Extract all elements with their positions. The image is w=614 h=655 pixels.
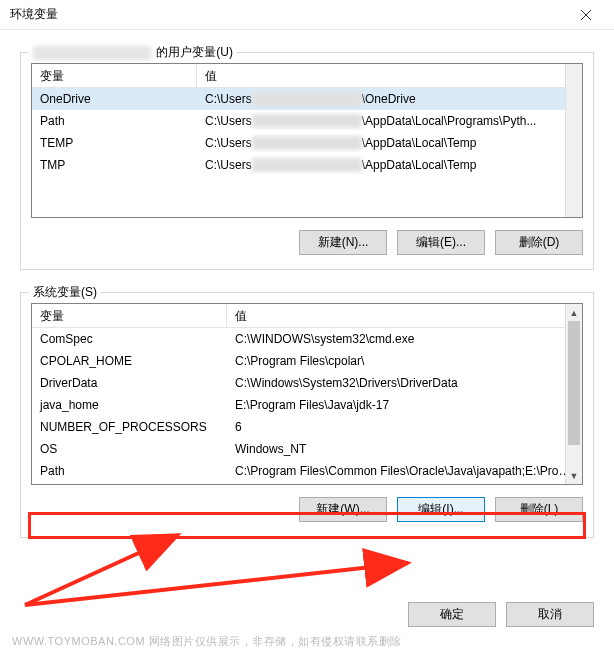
redacted <box>252 92 362 106</box>
table-row[interactable]: OneDrive C:\Users\OneDrive <box>32 88 582 110</box>
close-icon <box>581 10 591 20</box>
scrollbar[interactable] <box>565 64 582 217</box>
system-button-row: 新建(W)... 编辑(I)... 删除(L) <box>31 497 583 522</box>
scrollbar[interactable]: ▲ ▼ <box>565 304 582 484</box>
cell-var: Path <box>32 112 197 130</box>
scroll-up-icon[interactable]: ▲ <box>566 304 582 321</box>
scroll-thumb[interactable] <box>568 321 580 445</box>
system-vars-table[interactable]: 变量 值 ComSpec C:\WINDOWS\system32\cmd.exe… <box>31 303 583 485</box>
table-row[interactable]: Path C:\Program Files\Common Files\Oracl… <box>32 460 582 482</box>
col-variable[interactable]: 变量 <box>32 304 227 327</box>
cell-val: C:\Users\AppData\Local\Temp <box>197 134 582 153</box>
table-row[interactable]: DriverData C:\Windows\System32\Drivers\D… <box>32 372 582 394</box>
cell-var: OneDrive <box>32 90 197 108</box>
cell-var: NUMBER_OF_PROCESSORS <box>32 418 227 436</box>
window-title: 环境变量 <box>10 6 58 23</box>
svg-line-3 <box>25 535 178 605</box>
user-vars-legend: 的用户变量(U) <box>29 44 237 61</box>
cell-var: java_home <box>32 396 227 414</box>
system-table-header: 变量 值 <box>32 304 582 328</box>
cell-val: C:\Users\AppData\Local\Temp <box>197 156 582 175</box>
user-delete-button[interactable]: 删除(D) <box>495 230 583 255</box>
redacted <box>252 158 362 172</box>
table-row[interactable]: OS Windows_NT <box>32 438 582 460</box>
scroll-down-icon[interactable]: ▼ <box>566 467 582 484</box>
user-table-header: 变量 值 <box>32 64 582 88</box>
cell-var: OS <box>32 440 227 458</box>
redacted-username <box>33 46 151 60</box>
user-edit-button[interactable]: 编辑(E)... <box>397 230 485 255</box>
cell-val: C:\Program Files\cpolar\ <box>227 352 582 370</box>
table-row[interactable]: TMP C:\Users\AppData\Local\Temp <box>32 154 582 176</box>
redacted <box>252 114 362 128</box>
cell-val: C:\WINDOWS\system32\cmd.exe <box>227 330 582 348</box>
user-vars-table[interactable]: 变量 值 OneDrive C:\Users\OneDrive Path C:\… <box>31 63 583 218</box>
redacted <box>252 136 362 150</box>
table-row[interactable]: TEMP C:\Users\AppData\Local\Temp <box>32 132 582 154</box>
dialog-buttons: 确定 取消 <box>408 602 594 627</box>
svg-line-4 <box>25 563 408 605</box>
cell-var: TEMP <box>32 134 197 152</box>
env-vars-dialog: 环境变量 的用户变量(U) 变量 值 OneDrive C:\Users\One… <box>0 0 614 655</box>
close-button[interactable] <box>566 1 606 29</box>
table-row[interactable]: NUMBER_OF_PROCESSORS 6 <box>32 416 582 438</box>
cell-val: C:\Windows\System32\Drivers\DriverData <box>227 374 582 392</box>
cell-val: C:\Program Files\Common Files\Oracle\Jav… <box>227 462 582 480</box>
cell-val: Windows_NT <box>227 440 582 458</box>
cell-var: ComSpec <box>32 330 227 348</box>
system-vars-legend: 系统变量(S) <box>29 284 101 301</box>
col-variable[interactable]: 变量 <box>32 64 197 87</box>
cancel-button[interactable]: 取消 <box>506 602 594 627</box>
cell-val: E:\Program Files\Java\jdk-17 <box>227 396 582 414</box>
cell-val: 6 <box>227 418 582 436</box>
system-new-button[interactable]: 新建(W)... <box>299 497 387 522</box>
cell-val: C:\Users\AppData\Local\Programs\Pyth... <box>197 112 582 131</box>
cell-var: Path <box>32 462 227 480</box>
watermark-text: WWW.TOYMOBAN.COM 网络图片仅供展示，非存储，如有侵权请联系删除 <box>12 634 402 649</box>
table-row[interactable]: CPOLAR_HOME C:\Program Files\cpolar\ <box>32 350 582 372</box>
ok-button[interactable]: 确定 <box>408 602 496 627</box>
cell-val: C:\Users\OneDrive <box>197 90 582 109</box>
user-button-row: 新建(N)... 编辑(E)... 删除(D) <box>31 230 583 255</box>
system-vars-group: 系统变量(S) 变量 值 ComSpec C:\WINDOWS\system32… <box>20 292 594 538</box>
cell-var: TMP <box>32 156 197 174</box>
table-row[interactable]: java_home E:\Program Files\Java\jdk-17 <box>32 394 582 416</box>
table-row[interactable]: ComSpec C:\WINDOWS\system32\cmd.exe <box>32 328 582 350</box>
system-edit-button[interactable]: 编辑(I)... <box>397 497 485 522</box>
user-new-button[interactable]: 新建(N)... <box>299 230 387 255</box>
titlebar: 环境变量 <box>0 0 614 30</box>
table-row[interactable]: Path C:\Users\AppData\Local\Programs\Pyt… <box>32 110 582 132</box>
cell-var: DriverData <box>32 374 227 392</box>
user-vars-group: 的用户变量(U) 变量 值 OneDrive C:\Users\OneDrive… <box>20 52 594 270</box>
system-delete-button[interactable]: 删除(L) <box>495 497 583 522</box>
cell-var: CPOLAR_HOME <box>32 352 227 370</box>
col-value[interactable]: 值 <box>197 64 582 87</box>
col-value[interactable]: 值 <box>227 304 582 327</box>
